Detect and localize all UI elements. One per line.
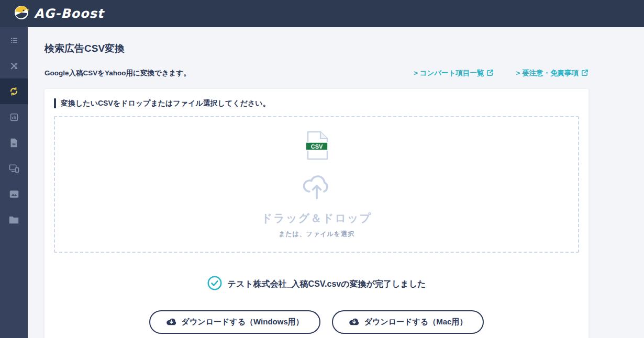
convert-sync-icon <box>9 86 19 96</box>
list-icon <box>9 36 19 45</box>
devices-icon <box>9 163 19 173</box>
external-link-icon <box>581 69 589 78</box>
document-icon <box>9 138 18 148</box>
disclaimer-link[interactable]: > 要注意・免責事項 <box>516 69 589 78</box>
download-mac-label: ダウンロードする（Mac用） <box>364 317 468 327</box>
csv-dropzone[interactable]: CSV ドラッグ＆ドロップ または、ファイルを選択 <box>54 116 579 253</box>
download-mac-button[interactable]: ダウンロードする（Mac用） <box>332 310 484 334</box>
folder-icon <box>9 216 19 224</box>
download-windows-label: ダウンロードする（Windows用） <box>182 317 304 327</box>
disclaimer-link-label: > 要注意・免責事項 <box>516 69 579 78</box>
convert-items-link[interactable]: > コンバート項目一覧 <box>414 69 494 78</box>
sidebar-item-files[interactable] <box>0 207 28 232</box>
bar-chart-icon <box>9 112 19 122</box>
shuffle-icon <box>9 61 19 71</box>
sidebar-nav <box>0 27 28 338</box>
check-circle-icon <box>207 276 222 292</box>
sidebar-item-document[interactable] <box>0 130 28 155</box>
cloud-upload-icon <box>299 170 334 201</box>
logo-bird-icon <box>14 5 29 22</box>
logo-text: AG-Boost <box>34 6 104 21</box>
external-link-icon <box>486 69 494 78</box>
download-buttons: ダウンロードする（Windows用） ダウンロードする（Mac用） <box>54 310 579 334</box>
sidebar-item-shuffle[interactable] <box>0 53 28 78</box>
converter-card: 変換したいCSVをドロップまたはファイル選択してください。 CSV ドラッグ＆ド… <box>45 89 589 338</box>
upload-instruction-text: 変換したいCSVをドロップまたはファイル選択してください。 <box>61 99 270 108</box>
csv-badge-label: CSV <box>310 143 323 150</box>
convert-items-link-label: > コンバート項目一覧 <box>414 69 484 78</box>
app-header: AG-Boost <box>0 0 644 27</box>
page-subtitle: Google入稿CSVをYahoo用に変換できます。 <box>45 69 191 78</box>
page-title: 検索広告CSV変換 <box>45 42 644 55</box>
conversion-result: テスト株式会社_入稿CSV.csvの変換が完了しました <box>54 276 579 292</box>
accent-bar <box>54 98 56 108</box>
download-windows-button[interactable]: ダウンロードする（Windows用） <box>149 310 320 334</box>
cloud-download-icon <box>349 317 360 328</box>
app-logo[interactable]: AG-Boost <box>14 5 104 22</box>
cloud-download-icon <box>166 317 177 328</box>
sidebar-item-list[interactable] <box>0 27 28 53</box>
csv-file-icon: CSV <box>305 130 329 163</box>
help-links: > コンバート項目一覧 > 要注意・免責事項 <box>414 69 589 78</box>
sidebar-item-devices[interactable] <box>0 155 28 181</box>
sidebar-item-report[interactable] <box>0 104 28 130</box>
image-icon <box>9 190 19 198</box>
upload-instruction: 変換したいCSVをドロップまたはファイル選択してください。 <box>54 98 579 108</box>
sidebar-item-csv-convert[interactable] <box>0 78 28 104</box>
conversion-result-message: テスト株式会社_入稿CSV.csvの変換が完了しました <box>228 279 426 290</box>
main-content: 検索広告CSV変換 Google入稿CSVをYahoo用に変換できます。 > コ… <box>28 27 644 338</box>
sidebar-item-images[interactable] <box>0 181 28 207</box>
subtitle-row: Google入稿CSVをYahoo用に変換できます。 > コンバート項目一覧 >… <box>45 69 589 78</box>
dropzone-sub-text: または、ファイルを選択 <box>279 230 354 239</box>
dropzone-main-text: ドラッグ＆ドロップ <box>261 211 372 226</box>
